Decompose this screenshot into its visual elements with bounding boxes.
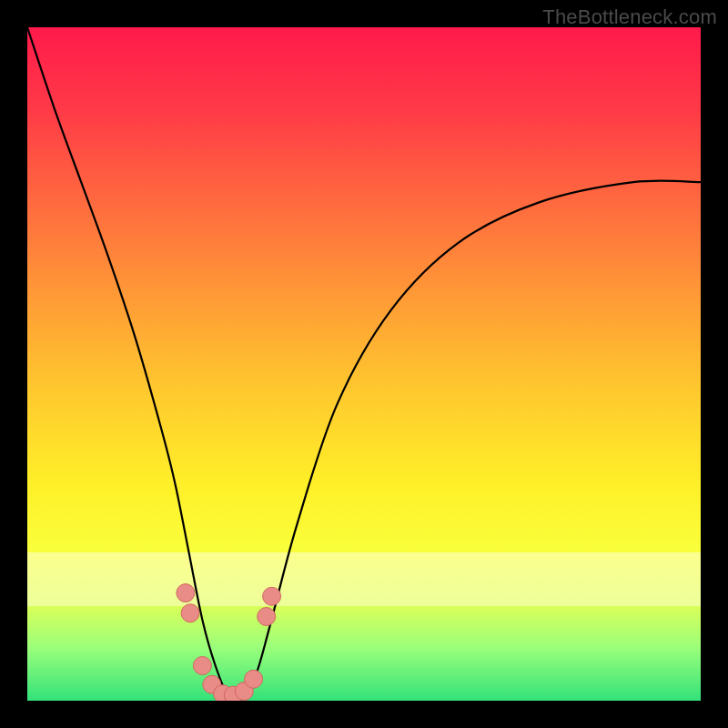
data-marker — [258, 608, 276, 626]
curve-layer — [27, 27, 701, 701]
data-marker — [193, 657, 211, 675]
watermark-text: TheBottleneck.com — [542, 5, 717, 29]
data-marker — [263, 587, 281, 605]
plot-area — [27, 27, 701, 701]
data-marker — [177, 584, 195, 602]
chart-frame: TheBottleneck.com — [0, 0, 728, 728]
bottleneck-curve — [27, 27, 701, 701]
data-marker — [245, 670, 263, 688]
data-marker — [181, 604, 199, 622]
